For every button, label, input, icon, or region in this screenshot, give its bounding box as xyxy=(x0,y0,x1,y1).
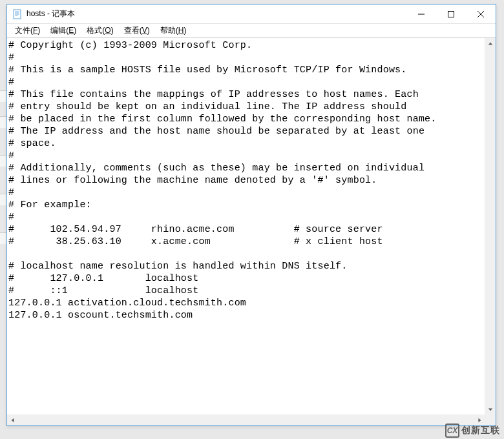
scroll-track-v[interactable] xyxy=(485,49,496,403)
content-area: # Copyright (c) 1993-2009 Microsoft Corp… xyxy=(7,38,496,425)
watermark: CX 创新互联 xyxy=(445,424,500,438)
watermark-text: 创新互联 xyxy=(461,425,500,436)
window-title: hosts - 记事本 xyxy=(26,8,406,19)
svg-rect-6 xyxy=(448,11,454,17)
menu-view[interactable]: 查看(V) xyxy=(119,24,155,37)
minimize-button[interactable] xyxy=(406,5,436,23)
menu-format[interactable]: 格式(O) xyxy=(81,24,118,37)
scroll-track-h[interactable] xyxy=(18,414,474,425)
menu-edit[interactable]: 编辑(E) xyxy=(45,24,81,37)
background-artifact xyxy=(0,0,6,439)
menu-file[interactable]: 文件(F) xyxy=(10,24,45,37)
text-editor[interactable]: # Copyright (c) 1993-2009 Microsoft Corp… xyxy=(8,39,484,414)
title-bar[interactable]: hosts - 记事本 xyxy=(7,5,496,24)
scroll-up-button[interactable] xyxy=(485,38,496,49)
scroll-left-button[interactable] xyxy=(7,414,18,425)
scroll-down-button[interactable] xyxy=(485,403,496,414)
window-controls xyxy=(406,5,496,23)
horizontal-scrollbar[interactable] xyxy=(7,414,485,425)
vertical-scrollbar[interactable] xyxy=(485,38,496,414)
notepad-icon xyxy=(12,9,23,19)
menu-bar: 文件(F) 编辑(E) 格式(O) 查看(V) 帮助(H) xyxy=(7,24,496,38)
close-button[interactable] xyxy=(466,5,496,23)
svg-rect-5 xyxy=(418,14,425,14)
watermark-logo: CX xyxy=(445,424,459,438)
notepad-window: hosts - 记事本 文件(F) 编辑(E) 格式(O) 查看(V) 帮助(H… xyxy=(6,4,496,426)
menu-help[interactable]: 帮助(H) xyxy=(155,24,192,37)
maximize-button[interactable] xyxy=(436,5,466,23)
